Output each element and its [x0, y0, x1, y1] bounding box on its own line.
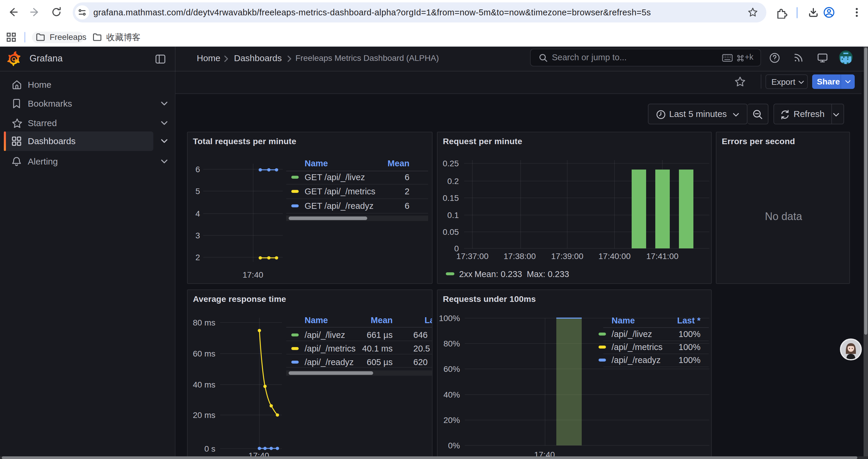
svg-text:Max: 0.233: Max: 0.233	[527, 269, 569, 279]
svg-text:0.2: 0.2	[447, 177, 459, 186]
svg-text:80 ms: 80 ms	[193, 318, 215, 327]
svg-text:17:38:00: 17:38:00	[504, 252, 536, 261]
svg-text:3: 3	[195, 231, 200, 240]
svg-text:0.1: 0.1	[447, 210, 459, 220]
svg-text:6: 6	[195, 165, 200, 174]
svg-text:5: 5	[195, 187, 200, 196]
svg-text:0%: 0%	[448, 441, 460, 450]
svg-text:17:37:00: 17:37:00	[457, 252, 489, 261]
svg-text:60%: 60%	[443, 364, 460, 374]
svg-text:2: 2	[195, 253, 200, 262]
svg-text:0.05: 0.05	[443, 227, 459, 237]
svg-text:0.25: 0.25	[443, 159, 459, 168]
svg-text:2xx: 2xx	[459, 269, 473, 279]
svg-text:40 ms: 40 ms	[193, 380, 215, 389]
svg-text:60 ms: 60 ms	[193, 349, 215, 358]
svg-text:20 ms: 20 ms	[193, 411, 215, 420]
svg-text:17:39:00: 17:39:00	[551, 252, 584, 261]
svg-text:17:40: 17:40	[243, 270, 263, 280]
svg-text:20%: 20%	[443, 416, 460, 425]
svg-text:40%: 40%	[443, 390, 460, 399]
svg-text:4: 4	[195, 209, 200, 218]
svg-text:100%: 100%	[439, 314, 460, 323]
svg-text:0.15: 0.15	[443, 193, 459, 203]
svg-text:17:41:00: 17:41:00	[646, 252, 679, 261]
svg-text:Mean: 0.233: Mean: 0.233	[474, 269, 522, 279]
svg-text:0 s: 0 s	[205, 444, 215, 453]
svg-text:80%: 80%	[443, 339, 460, 348]
svg-text:17:40:00: 17:40:00	[598, 252, 631, 261]
